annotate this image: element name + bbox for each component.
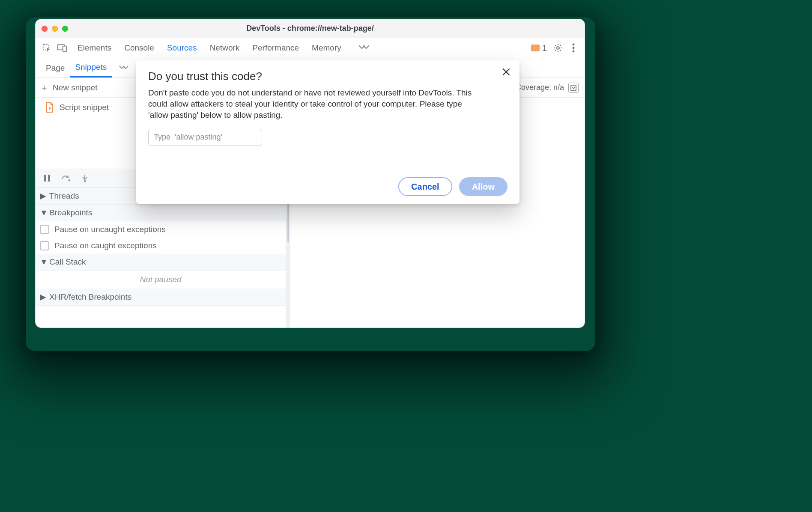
sidebar-tab-page[interactable]: Page bbox=[41, 58, 70, 77]
warning-icon bbox=[531, 45, 540, 51]
cancel-button[interactable]: Cancel bbox=[398, 177, 452, 196]
section-callstack[interactable]: ▼ Call Stack bbox=[36, 254, 286, 271]
pause-caught-label: Pause on caught exceptions bbox=[54, 241, 157, 250]
svg-point-6 bbox=[573, 51, 575, 53]
callstack-not-paused: Not paused bbox=[36, 271, 286, 289]
issues-count: 1 bbox=[542, 43, 547, 53]
window-zoom-button[interactable] bbox=[62, 26, 68, 32]
pause-icon[interactable] bbox=[40, 171, 54, 185]
more-tabs-chevron-icon[interactable] bbox=[358, 45, 370, 51]
pause-uncaught-row[interactable]: Pause on uncaught exceptions bbox=[36, 221, 286, 238]
svg-rect-2 bbox=[63, 46, 67, 52]
section-xhr-label: XHR/fetch Breakpoints bbox=[49, 292, 131, 302]
traffic-lights bbox=[42, 26, 68, 32]
pause-caught-row[interactable]: Pause on caught exceptions bbox=[36, 238, 286, 254]
checkbox-icon[interactable] bbox=[40, 241, 49, 250]
sidebar-tab-snippets[interactable]: Snippets bbox=[70, 58, 112, 77]
issues-badge[interactable]: 1 bbox=[531, 43, 547, 53]
svg-point-3 bbox=[557, 47, 559, 49]
settings-gear-icon[interactable] bbox=[550, 40, 566, 56]
window-close-button[interactable] bbox=[42, 26, 48, 32]
section-threads-label: Threads bbox=[49, 191, 79, 201]
svg-rect-8 bbox=[48, 175, 50, 182]
disclosure-right-icon: ▶ bbox=[40, 292, 46, 302]
inspect-element-icon[interactable] bbox=[39, 40, 54, 56]
tab-performance[interactable]: Performance bbox=[252, 43, 299, 53]
plus-icon: ＋ bbox=[40, 83, 48, 92]
step-over-icon[interactable] bbox=[59, 171, 73, 185]
more-menu-icon[interactable] bbox=[566, 40, 581, 56]
toggle-drawer-icon[interactable] bbox=[568, 83, 579, 93]
dialog-title: Do you trust this code? bbox=[148, 70, 508, 83]
titlebar: DevTools - chrome://new-tab-page/ bbox=[36, 19, 585, 38]
allow-button[interactable]: Allow bbox=[459, 177, 508, 196]
section-breakpoints[interactable]: ▼ Breakpoints bbox=[36, 205, 286, 221]
step-into-icon[interactable] bbox=[78, 171, 92, 185]
device-toolbar-icon[interactable] bbox=[54, 40, 70, 56]
section-xhr-breakpoints[interactable]: ▶ XHR/fetch Breakpoints bbox=[36, 289, 286, 306]
tab-console[interactable]: Console bbox=[124, 43, 154, 53]
trust-code-dialog: Do you trust this code? Don't paste code… bbox=[136, 60, 519, 204]
tab-network[interactable]: Network bbox=[210, 43, 240, 53]
snippet-file-icon bbox=[45, 102, 54, 113]
coverage-label: Coverage: n/a bbox=[516, 83, 564, 92]
snippet-file-label: Script snippet bbox=[60, 103, 109, 112]
tab-memory[interactable]: Memory bbox=[312, 43, 341, 53]
disclosure-down-icon: ▼ bbox=[40, 208, 46, 217]
tab-elements[interactable]: Elements bbox=[78, 43, 111, 53]
dialog-body: Don't paste code you do not understand o… bbox=[148, 87, 474, 121]
svg-rect-11 bbox=[571, 85, 576, 90]
disclosure-down-icon: ▼ bbox=[40, 257, 46, 267]
sidebar-more-chevron-icon[interactable] bbox=[113, 58, 134, 77]
window-minimize-button[interactable] bbox=[52, 26, 58, 32]
tab-sources[interactable]: Sources bbox=[167, 43, 197, 53]
panel-tabs-bar: Elements Console Sources Network Perform… bbox=[36, 38, 585, 58]
panel-tabs: Elements Console Sources Network Perform… bbox=[78, 43, 370, 53]
new-snippet-label: New snippet bbox=[53, 83, 98, 92]
disclosure-right-icon: ▶ bbox=[40, 191, 46, 201]
debugger-sections: ▶ Threads ▼ Breakpoints Pause on uncaugh… bbox=[36, 188, 286, 306]
svg-rect-7 bbox=[44, 175, 46, 182]
section-breakpoints-label: Breakpoints bbox=[49, 208, 92, 217]
allow-pasting-input[interactable] bbox=[148, 129, 262, 146]
window-title: DevTools - chrome://new-tab-page/ bbox=[36, 24, 585, 33]
section-callstack-label: Call Stack bbox=[49, 257, 86, 267]
svg-point-4 bbox=[573, 44, 575, 46]
checkbox-icon[interactable] bbox=[40, 225, 49, 234]
svg-point-9 bbox=[69, 179, 71, 182]
pause-uncaught-label: Pause on uncaught exceptions bbox=[54, 225, 166, 234]
svg-point-10 bbox=[84, 180, 86, 182]
svg-point-5 bbox=[573, 47, 575, 49]
dialog-close-button[interactable] bbox=[499, 65, 513, 79]
